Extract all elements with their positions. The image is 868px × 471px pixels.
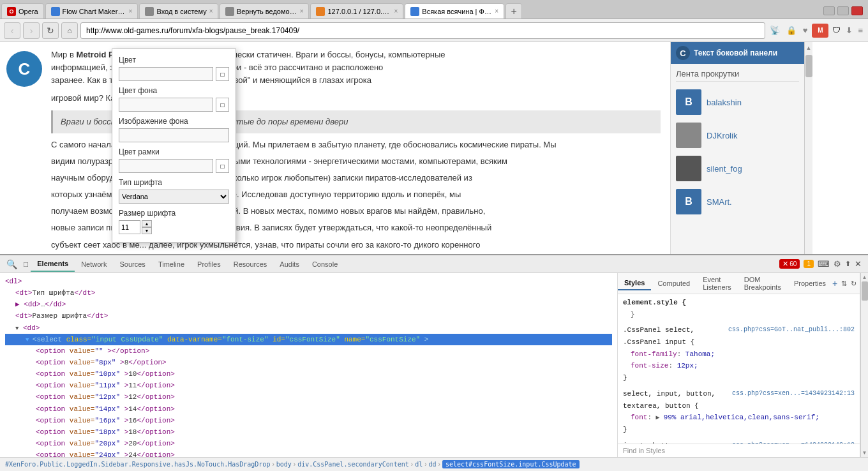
nav-lock-icon: 🔒 — [784, 26, 798, 35]
devtools-close-icon[interactable]: ✕ — [855, 259, 862, 269]
breadcrumb-item-5[interactable]: dd — [429, 461, 437, 468]
tab-profiles[interactable]: Profiles — [191, 257, 227, 271]
forward-btn[interactable]: › — [23, 22, 40, 39]
tab-opera[interactable]: O Opera — [1, 3, 44, 19]
find-in-styles[interactable]: Find in Styles — [618, 444, 860, 457]
scroll-up-btn[interactable]: ▲ — [806, 45, 812, 51]
popup-fontsize-group: Размер шрифта ▲ ▼ — [119, 209, 229, 234]
devtools-scroll-up[interactable]: ▲ — [862, 273, 867, 281]
nav-gmail-icon[interactable]: M — [812, 24, 828, 38]
tab-localhost[interactable]: 127.0.0.1 / 127.0.0.1 / ctri... × — [310, 3, 403, 19]
devtools-settings-icon[interactable]: ⚙ — [834, 259, 841, 269]
styles-add-rule-btn[interactable]: + — [832, 278, 837, 288]
tab-timeline[interactable]: Timeline — [152, 257, 191, 271]
style-rule-csspanel: .CssPanel select, css.php?css=GoT..nat_p… — [623, 324, 855, 384]
popup-bgimage-input[interactable] — [119, 128, 229, 142]
styles-refresh-btn[interactable]: ↻ — [851, 280, 857, 288]
devtools-inspect-icon[interactable]: 🔍 — [3, 259, 21, 269]
popup-bgcolor-input[interactable] — [119, 98, 213, 112]
back-btn[interactable]: ‹ — [4, 22, 20, 39]
nav-kaspersky-icon: 🛡 — [831, 26, 842, 35]
tab-flowchart-icon — [51, 7, 60, 16]
popup-color-group: Цвет □ — [119, 56, 229, 81]
tab-login-close[interactable]: × — [209, 8, 213, 15]
devtools-element-icon[interactable]: □ — [21, 260, 31, 269]
scroll-thumb[interactable] — [805, 55, 812, 77]
feed-name-4[interactable]: SMArt. — [707, 197, 732, 207]
popup-color-input[interactable] — [119, 67, 213, 81]
tab-sources[interactable]: Sources — [114, 257, 152, 271]
address-bar[interactable] — [80, 22, 765, 39]
html-line-opt-24: <option value="24px" >24</option> — [5, 449, 612, 457]
breadcrumb-item-3[interactable]: div.CssPanel.secondaryContent — [297, 461, 409, 468]
styles-tab-computed[interactable]: Computed — [651, 277, 696, 290]
warn-badge: 1 — [804, 260, 814, 268]
popup-fontsize-up[interactable]: ▲ — [142, 220, 152, 227]
tab-elements[interactable]: Elements — [31, 257, 75, 272]
breadcrumb-item-2[interactable]: body — [276, 461, 292, 468]
popup-fonttype-select[interactable]: Verdana Arial Tahoma — [119, 190, 229, 204]
styles-top-tabs: Styles Computed Event Listeners DOM Brea… — [618, 273, 860, 294]
html-line-opt-14: <option value="14px" >14</option> — [5, 403, 612, 415]
feed-name-1[interactable]: balakshin — [707, 98, 742, 107]
breadcrumb-item-1[interactable]: #XenForo.Public.LoggedIn.Sidebar.Respons… — [5, 461, 270, 468]
devtools-scroll-thumb[interactable] — [862, 281, 868, 301]
tab-login[interactable]: Вход в систему × — [139, 3, 218, 19]
styles-tab-dom-breakpoints[interactable]: DOM Breakpoints — [738, 273, 788, 294]
devtools-scroll-down[interactable]: ▼ — [862, 449, 867, 457]
tab-return[interactable]: Вернуть ведомость × — [220, 3, 309, 19]
css-panel-popup: Цвет □ Цвет фона □ Изображение фона — [112, 49, 236, 243]
window-maximize[interactable] — [837, 6, 849, 15]
styles-content: element.style { } .CssPanel select, css.… — [618, 294, 860, 444]
tab-bar: O Opera Flow Chart Maker & Onli... × Вхо… — [0, 0, 868, 19]
tab-network[interactable]: Network — [75, 257, 113, 271]
nav-heart-icon[interactable]: ♥ — [801, 26, 810, 35]
nav-download-icon[interactable]: ⬇ — [844, 26, 854, 35]
devtools-console-icon[interactable]: ⌨ — [818, 259, 830, 269]
browser-body: C Цвет □ Цвет фона □ Изображение фона — [0, 42, 868, 471]
new-tab-btn[interactable]: + — [505, 3, 522, 19]
window-close[interactable] — [851, 6, 863, 15]
popup-fontsize-input[interactable] — [119, 220, 140, 234]
tab-return-close[interactable]: × — [300, 8, 304, 15]
tab-audits[interactable]: Audits — [273, 257, 306, 271]
popup-bgcolor-swatch[interactable]: □ — [216, 98, 229, 112]
styles-tab-styles[interactable]: Styles — [618, 276, 651, 290]
tab-resources[interactable]: Resources — [227, 257, 274, 271]
popup-color-label: Цвет — [119, 56, 229, 64]
tab-forum-close[interactable]: × — [495, 8, 498, 15]
html-line-opt-16: <option value="16px" >16</option> — [5, 415, 612, 426]
styles-tab-event-listeners[interactable]: Event Listeners — [696, 273, 738, 294]
styles-toggle-btn[interactable]: ⇅ — [841, 280, 847, 288]
home-btn[interactable]: ⌂ — [61, 22, 78, 39]
devtools-dock-icon[interactable]: ⬆ — [845, 260, 851, 268]
popup-border-input[interactable] — [119, 159, 213, 173]
tab-flowchart[interactable]: Flow Chart Maker & Onli... × — [45, 3, 138, 19]
page-scrollbar[interactable]: ▲ — [804, 42, 812, 254]
tab-localhost-close[interactable]: × — [394, 8, 398, 15]
html-line-dt-font-size: <dt>Размер шрифта</dt> — [5, 310, 612, 322]
tab-console[interactable]: Console — [306, 257, 344, 271]
breadcrumb-selected[interactable]: select#cssFontSize.input.CssUpdate — [442, 460, 580, 468]
window-minimize[interactable] — [823, 6, 835, 15]
feed-item-4: B SMArt. — [671, 186, 804, 217]
reload-btn[interactable]: ↻ — [42, 22, 59, 39]
html-line-dd-collapsed: ▶ <dd>…</dd> — [5, 299, 612, 310]
nav-opera-menu[interactable]: ≡ — [857, 26, 864, 35]
popup-border-swatch[interactable]: □ — [216, 159, 229, 173]
popup-fontsize-spinners: ▲ ▼ — [142, 220, 152, 234]
feed-name-3[interactable]: silent_fog — [707, 164, 742, 174]
tab-localhost-icon — [316, 7, 325, 16]
devtools-scrollbar[interactable]: ▲ ▼ — [860, 273, 868, 457]
tab-flowchart-close[interactable]: × — [129, 8, 133, 15]
breadcrumb-item-4[interactable]: dl — [415, 461, 423, 468]
opera-icon: O — [7, 7, 16, 16]
popup-color-swatch[interactable]: □ — [216, 67, 229, 81]
popup-fontsize-down[interactable]: ▼ — [142, 227, 152, 234]
feed-name-2[interactable]: DJKrolik — [707, 131, 737, 140]
styles-tab-properties[interactable]: Properties — [788, 277, 832, 290]
popup-fonttype-group: Тип шрифта Verdana Arial Tahoma — [119, 178, 229, 204]
nav-bar: ‹ › ↻ ⌂ 📡 🔒 ♥ M 🛡 ⬇ ≡ — [0, 19, 868, 42]
html-line-select-selected[interactable]: ▼ <select class="input CssUpdate" data-v… — [5, 334, 612, 345]
tab-forum[interactable]: Всякая всячина | Форум × — [405, 3, 504, 19]
